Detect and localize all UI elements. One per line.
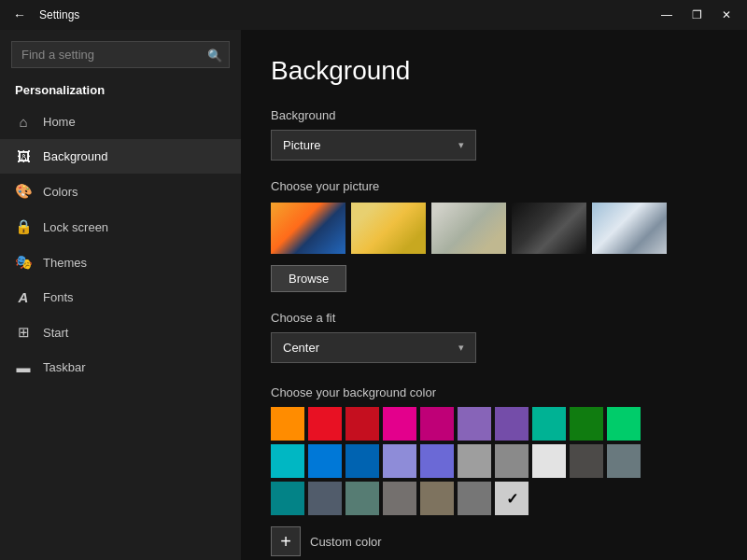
color-swatch-21[interactable] [308,482,342,515]
themes-icon: 🎭 [15,254,32,271]
fit-dropdown[interactable]: Center ▾ [271,332,476,363]
color-swatch-9[interactable] [607,407,641,441]
sidebar-item-label-lockscreen: Lock screen [43,220,108,234]
color-swatch-16[interactable] [495,444,529,478]
colors-icon: 🎨 [15,183,32,200]
background-icon: 🖼 [15,148,32,164]
color-swatch-6[interactable] [495,407,529,441]
sidebar-category: Personalization [0,79,241,105]
browse-button[interactable]: Browse [271,265,346,292]
sidebar-item-label-fonts: Fonts [43,290,74,304]
sidebar-item-label-colors: Colors [43,185,78,199]
color-swatch-2[interactable] [345,407,379,441]
custom-color-row: + Custom color [271,526,717,556]
lock-icon: 🔒 [15,218,32,235]
main-panel: Background Background Picture ▾ Choose y… [241,30,747,560]
custom-color-button[interactable]: + [271,526,301,556]
sidebar-item-themes[interactable]: 🎭 Themes [0,245,241,280]
bg-color-label: Choose your background color [271,385,717,399]
choose-fit-label: Choose a fit [271,311,717,325]
color-swatch-22[interactable] [345,482,379,515]
thumbnail-3[interactable] [431,203,506,254]
search-icon: 🔍 [207,48,222,62]
sidebar-item-background[interactable]: 🖼 Background [0,139,241,174]
sidebar-item-home[interactable]: ⌂ Home [0,105,241,139]
sidebar-item-taskbar[interactable]: ▬ Taskbar [0,350,241,385]
color-swatch-17[interactable] [532,444,566,478]
sidebar-item-label-taskbar: Taskbar [43,360,86,374]
maximize-button[interactable]: ❐ [684,6,710,24]
custom-color-label: Custom color [310,535,382,549]
start-icon: ⊞ [15,324,32,341]
color-swatch-12[interactable] [345,444,379,478]
color-grid [271,407,717,515]
fit-dropdown-value: Center [283,341,319,355]
color-swatch-1[interactable] [308,407,342,441]
back-button[interactable]: ← [7,6,32,24]
color-swatch-19[interactable] [607,444,641,478]
color-swatch-4[interactable] [420,407,454,441]
color-swatch-18[interactable] [570,444,603,478]
fonts-icon: A [15,289,32,305]
background-section-label: Background [271,108,717,122]
sidebar-item-label-themes: Themes [43,256,87,270]
color-swatch-23[interactable] [383,482,416,515]
minimize-button[interactable]: — [654,6,680,24]
choose-picture-label: Choose your picture [271,179,717,193]
page-title: Background [271,56,717,86]
close-button[interactable]: ✕ [713,6,740,24]
sidebar-item-fonts[interactable]: A Fonts [0,280,241,315]
color-swatch-15[interactable] [458,444,491,478]
sidebar: 🔍 Personalization ⌂ Home 🖼 Background 🎨 … [0,30,241,560]
title-bar-controls: — ❐ ✕ [654,6,740,24]
sidebar-item-label-background: Background [43,149,107,163]
background-dropdown-chevron: ▾ [458,139,464,151]
color-swatch-11[interactable] [308,444,342,478]
thumbnail-5[interactable] [592,203,667,254]
sidebar-search-container: 🔍 [11,41,230,68]
title-bar-left: ← Settings [7,6,79,24]
title-bar-title: Settings [39,8,79,21]
sidebar-item-label-start: Start [43,326,68,340]
color-swatch-7[interactable] [532,407,566,441]
title-bar: ← Settings — ❐ ✕ [0,0,747,30]
color-swatch-13[interactable] [383,444,416,478]
color-swatch-26[interactable] [495,482,529,515]
thumbnail-1[interactable] [271,203,345,254]
sidebar-item-colors[interactable]: 🎨 Colors [0,174,241,209]
search-input[interactable] [11,41,230,68]
sidebar-item-start[interactable]: ⊞ Start [0,315,241,350]
taskbar-icon: ▬ [15,359,32,375]
color-swatch-25[interactable] [458,482,491,515]
thumbnail-2[interactable] [351,203,426,254]
color-swatch-3[interactable] [383,407,416,441]
color-swatch-10[interactable] [271,444,304,478]
sidebar-item-label-home: Home [43,115,76,129]
app-body: 🔍 Personalization ⌂ Home 🖼 Background 🎨 … [0,30,747,560]
home-icon: ⌂ [15,114,32,130]
color-swatch-0[interactable] [271,407,304,441]
sidebar-item-lockscreen[interactable]: 🔒 Lock screen [0,209,241,245]
color-swatch-24[interactable] [420,482,454,515]
background-dropdown-value: Picture [283,138,320,152]
color-swatch-14[interactable] [420,444,454,478]
background-dropdown[interactable]: Picture ▾ [271,130,476,161]
picture-row [271,203,717,254]
color-swatch-20[interactable] [271,482,304,515]
color-swatch-5[interactable] [458,407,491,441]
thumbnail-4[interactable] [512,203,586,254]
color-swatch-8[interactable] [570,407,603,441]
fit-dropdown-chevron: ▾ [458,342,464,354]
